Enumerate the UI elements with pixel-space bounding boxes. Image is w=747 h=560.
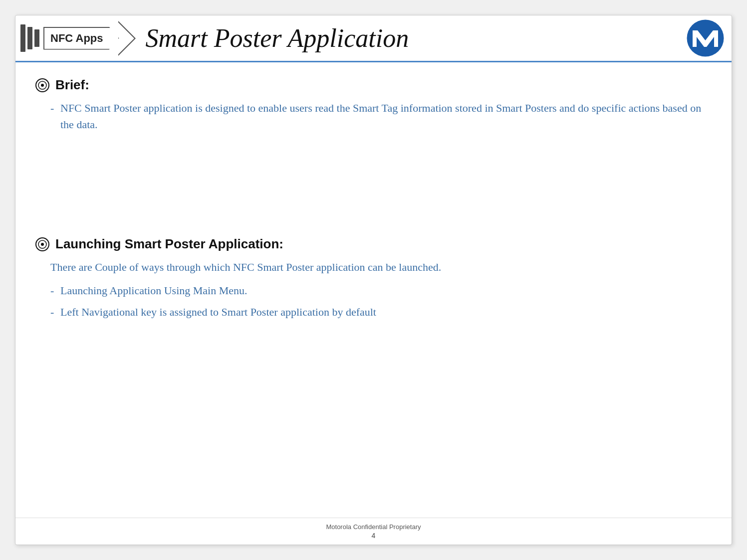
list-item: Launching Application Using Main Menu. xyxy=(50,282,707,299)
list-item: NFC Smart Poster application is designed… xyxy=(50,100,707,133)
spacer xyxy=(35,153,707,236)
motorola-logo xyxy=(687,19,724,57)
vertical-bars-icon xyxy=(20,24,39,52)
brand-label: NFC Apps xyxy=(43,27,119,50)
section-launching: Launching Smart Poster Application: Ther… xyxy=(35,236,707,325)
section-brief: Brief: NFC Smart Poster application is d… xyxy=(35,77,707,138)
vbar-1 xyxy=(20,24,25,52)
section-launching-title: Launching Smart Poster Application: xyxy=(55,236,283,252)
section-launching-list: Launching Application Using Main Menu. L… xyxy=(35,282,707,320)
slide: NFC Apps Smart Poster Application Brief: xyxy=(15,15,732,545)
svg-point-6 xyxy=(41,243,44,246)
header: NFC Apps Smart Poster Application xyxy=(15,15,732,62)
section-launching-header: Launching Smart Poster Application: xyxy=(35,236,707,252)
vbar-2 xyxy=(27,27,32,49)
target-icon-brief xyxy=(35,78,49,92)
svg-point-3 xyxy=(41,84,44,87)
footer-page-number: 4 xyxy=(20,532,727,540)
bottom-spacer xyxy=(35,340,707,508)
nfc-apps-container: NFC Apps xyxy=(43,21,136,56)
footer-confidentiality: Motorola Confidential Proprietary xyxy=(20,523,727,531)
section-brief-title: Brief: xyxy=(55,77,89,93)
slide-title: Smart Poster Application xyxy=(136,15,687,61)
chevron-arrow-icon xyxy=(118,21,136,56)
content-area: Brief: NFC Smart Poster application is d… xyxy=(15,62,732,518)
footer: Motorola Confidential Proprietary 4 xyxy=(15,518,732,545)
target-icon-launching xyxy=(35,237,49,251)
list-item: Left Navigational key is assigned to Sma… xyxy=(50,304,707,320)
vbar-3 xyxy=(34,29,39,47)
section-brief-header: Brief: xyxy=(35,77,707,93)
svg-point-0 xyxy=(687,20,724,57)
launching-intro-text: There are Couple of ways through which N… xyxy=(35,259,707,275)
header-left: NFC Apps xyxy=(15,15,136,61)
section-brief-list: NFC Smart Poster application is designed… xyxy=(35,100,707,133)
